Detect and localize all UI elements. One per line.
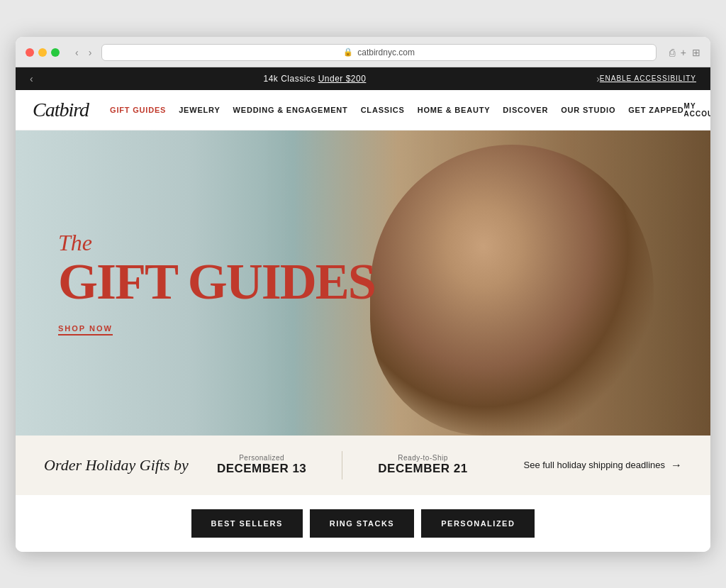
announcement-center: 14k Classics Under $200 (33, 74, 596, 84)
traffic-lights (26, 48, 60, 57)
nav-wedding[interactable]: WEDDING & ENGAGEMENT (233, 106, 348, 114)
nav-actions: MY ACCOUNT (684, 102, 710, 118)
hero-banner: The GIFT GUIDES SHOP NOW (16, 131, 710, 436)
maximize-button[interactable] (51, 48, 60, 57)
shipping-divider (342, 451, 342, 479)
grid-button[interactable]: ⊞ (692, 47, 700, 58)
shipping-bar: Order Holiday Gifts by Personalized DECE… (16, 436, 710, 495)
ready-to-ship-date: Ready-to-Ship DECEMBER 21 (378, 454, 467, 476)
ring-stacks-button[interactable]: RING STACKS (310, 509, 414, 538)
nav-jewelry[interactable]: JEWELRY (179, 106, 220, 114)
announcement-bar: ‹ 14k Classics Under $200 › ENABLE ACCES… (16, 67, 710, 90)
url-text: catbirdnyc.com (357, 48, 415, 57)
nav-links: GIFT GUIDES JEWELRY WEDDING & ENGAGEMENT… (110, 106, 683, 114)
category-buttons: BEST SELLERS RING STACKS PERSONALIZED (16, 495, 710, 552)
minimize-button[interactable] (38, 48, 47, 57)
main-nav: Catbird GIFT GUIDES JEWELRY WEDDING & EN… (16, 90, 710, 131)
nav-classics[interactable]: CLASSICS (361, 106, 405, 114)
my-account-link[interactable]: MY ACCOUNT (684, 102, 710, 118)
personalized-type: Personalized (239, 454, 284, 462)
browser-chrome: ‹ › 🔒 catbirdnyc.com ⎙ + ⊞ (16, 37, 710, 67)
site-logo[interactable]: Catbird (33, 99, 89, 121)
forward-button[interactable]: › (86, 45, 95, 60)
address-bar[interactable]: 🔒 catbirdnyc.com (101, 44, 656, 61)
shipping-label: Order Holiday Gifts by (44, 456, 189, 475)
security-icon: 🔒 (343, 48, 353, 57)
ready-to-ship-date-value: DECEMBER 21 (378, 462, 467, 476)
browser-window: ‹ › 🔒 catbirdnyc.com ⎙ + ⊞ ‹ 14k Classic… (16, 37, 710, 552)
ready-to-ship-type: Ready-to-Ship (398, 454, 447, 462)
personalized-date-value: DECEMBER 13 (217, 462, 306, 476)
personalized-date: Personalized DECEMBER 13 (217, 454, 306, 476)
browser-nav: ‹ › (72, 45, 94, 60)
best-sellers-button[interactable]: BEST SELLERS (191, 509, 303, 538)
nav-get-zapped[interactable]: GET ZAPPED (628, 106, 683, 114)
shipping-arrow-icon: → (671, 459, 682, 472)
back-button[interactable]: ‹ (72, 45, 82, 60)
close-button[interactable] (26, 48, 34, 57)
hero-content: The GIFT GUIDES SHOP NOW (16, 201, 418, 365)
announcement-text: 14k Classics Under $200 (263, 74, 366, 84)
browser-actions: ⎙ + ⊞ (669, 47, 700, 58)
hero-title: GIFT GUIDES (58, 259, 375, 305)
hero-cta-button[interactable]: SHOP NOW (58, 324, 113, 335)
site-content: ‹ 14k Classics Under $200 › ENABLE ACCES… (16, 67, 710, 552)
hero-subtitle: The (58, 230, 375, 256)
nav-gift-guides[interactable]: GIFT GUIDES (110, 106, 166, 114)
shipping-deadlines-link[interactable]: See full holiday shipping deadlines → (524, 459, 682, 472)
nav-discover[interactable]: DISCOVER (503, 106, 548, 114)
personalized-button[interactable]: PERSONALIZED (421, 509, 535, 538)
nav-our-studio[interactable]: OUR STUDIO (561, 106, 615, 114)
accessibility-link[interactable]: ENABLE ACCESSIBILITY (600, 74, 696, 82)
nav-home-beauty[interactable]: HOME & BEAUTY (418, 106, 491, 114)
share-button[interactable]: ⎙ (669, 47, 675, 58)
new-tab-button[interactable]: + (681, 47, 686, 58)
